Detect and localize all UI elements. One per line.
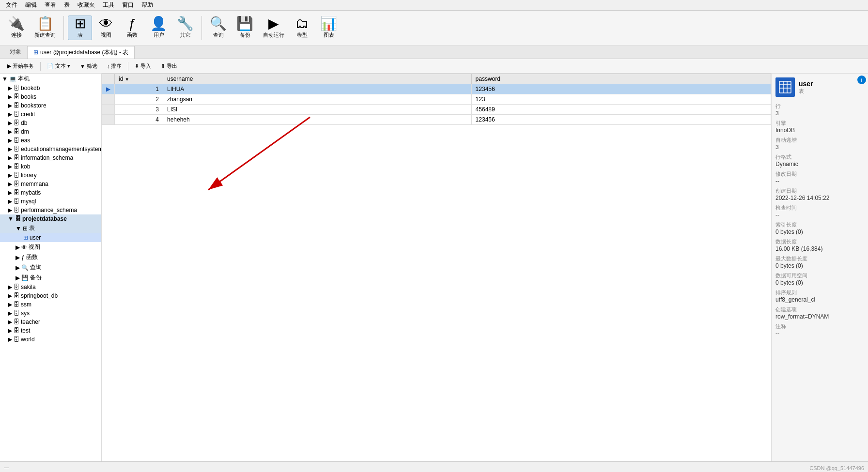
row-indicator: ▶ xyxy=(102,84,115,94)
export-button[interactable]: ⬆ 导出 xyxy=(157,61,181,71)
col-header-password[interactable]: password xyxy=(471,74,771,84)
import-button[interactable]: ⬇ 导入 xyxy=(131,61,155,71)
sidebar-item-backup-folder[interactable]: ▶ 💾 备份 xyxy=(0,273,101,283)
sidebar-item-functions-folder[interactable]: ▶ ƒ 函数 xyxy=(0,252,101,262)
sidebar-item-queries-folder[interactable]: ▶ 🔍 查询 xyxy=(0,262,101,273)
menu-table[interactable]: 表 xyxy=(60,0,74,10)
begin-icon: ▶ xyxy=(7,63,11,69)
sidebar-item-world[interactable]: ▶ 🗄 world xyxy=(0,335,101,344)
menu-view[interactable]: 查看 xyxy=(41,0,60,10)
sidebar-root[interactable]: ▼ 💻 本机 xyxy=(0,74,101,84)
watermark: CSDN @qq_51447496 xyxy=(806,464,868,472)
sidebar-item-user-table[interactable]: ⊞ user xyxy=(0,233,101,242)
table-row[interactable]: 4heheheh123456 xyxy=(102,115,771,125)
menu-edit[interactable]: 编辑 xyxy=(21,0,41,10)
datasize-value: 16.00 KB (16,384) xyxy=(775,245,864,252)
user-button[interactable]: 👤 用户 xyxy=(146,16,171,40)
menu-favorites[interactable]: 收藏夹 xyxy=(74,0,99,10)
sidebar-item-eas[interactable]: ▶ 🗄 eas xyxy=(0,136,101,145)
text-icon: 📄 xyxy=(47,63,54,69)
other-button[interactable]: 🔧 其它 xyxy=(173,16,198,40)
sidebar-item-projectdatabase[interactable]: ▼ 🗄 projectdatabase xyxy=(0,214,101,223)
cell-password: 123456 xyxy=(471,84,771,94)
user-table-icon: ⊞ xyxy=(23,234,28,241)
sidebar-item-kob[interactable]: ▶ 🗄 kob xyxy=(0,162,101,171)
db-label-sbd: springboot_db xyxy=(21,292,58,299)
col-header-id[interactable]: id ▼ xyxy=(115,74,163,84)
begin-transaction-button[interactable]: ▶ 开始事务 xyxy=(4,61,37,71)
col-header-username[interactable]: username xyxy=(163,74,472,84)
chart-button[interactable]: 📊 图表 xyxy=(316,16,341,40)
table-tab[interactable]: ⊞ user @projectdatabase (本机) - 表 xyxy=(27,46,135,59)
objects-tab[interactable]: 对象 xyxy=(4,46,27,58)
menu-help[interactable]: 帮助 xyxy=(138,0,157,10)
action-divider-2 xyxy=(128,62,128,71)
table-scroll[interactable]: id ▼ username password ▶1LIHUA1234562zha… xyxy=(102,74,771,472)
sidebar-item-credit[interactable]: ▶ 🗄 credit xyxy=(0,110,101,119)
db-expand-icon-ems: ▶ xyxy=(8,146,12,152)
filter-button[interactable]: ▼ 筛选 xyxy=(77,61,101,71)
backup-folder-icon: 💾 xyxy=(21,274,29,281)
sidebar-item-performance-schema[interactable]: ▶ 🗄 performance_schema xyxy=(0,206,101,214)
query-button[interactable]: 🔍 查询 xyxy=(206,16,231,40)
sidebar-item-test[interactable]: ▶ 🗄 test xyxy=(0,326,101,335)
sidebar-item-tables-folder[interactable]: ▼ ⊞ 表 xyxy=(0,223,101,233)
sidebar-item-educationalmanagementsystem[interactable]: ▶ 🗄 educationalmanagementsystem xyxy=(0,145,101,153)
db-expand-icon-world: ▶ xyxy=(8,336,12,343)
db-icon-sbd: 🗄 xyxy=(14,292,19,299)
newtable-button[interactable]: 📋 新建查询 xyxy=(31,16,60,40)
table-row[interactable]: 3LISI456489 xyxy=(102,105,771,115)
sidebar-item-library[interactable]: ▶ 🗄 library xyxy=(0,171,101,180)
menu-file[interactable]: 文件 xyxy=(2,0,21,10)
sidebar-item-ssm[interactable]: ▶ 🗄 ssm xyxy=(0,300,101,309)
sidebar-item-teacher[interactable]: ▶ 🗄 teacher xyxy=(0,318,101,326)
info-icon[interactable]: i xyxy=(857,76,866,84)
table-row[interactable]: ▶1LIHUA123456 xyxy=(102,84,771,94)
sidebar-item-dm[interactable]: ▶ 🗄 dm xyxy=(0,127,101,136)
chart-label: 图表 xyxy=(324,31,334,39)
db-label-library: library xyxy=(21,172,37,179)
sidebar-item-sakila[interactable]: ▶ 🗄 sakila xyxy=(0,283,101,291)
rows-label: 行 xyxy=(775,103,864,110)
newtable-icon: 📋 xyxy=(37,17,54,30)
autorun-button[interactable]: ▶ 自动运行 xyxy=(259,16,288,40)
table-row[interactable]: 2zhangsan123 xyxy=(102,94,771,105)
queries-expand-icon: ▶ xyxy=(16,264,20,271)
view-button[interactable]: 👁 视图 xyxy=(94,16,118,40)
db-label-ps: performance_schema xyxy=(21,207,77,213)
sidebar-item-memmana[interactable]: ▶ 🗄 memmana xyxy=(0,180,101,188)
sidebar-item-springboot-db[interactable]: ▶ 🗄 springboot_db xyxy=(0,291,101,300)
connect-label: 连接 xyxy=(11,31,22,39)
cell-username: heheheh xyxy=(163,115,472,125)
sidebar-item-bookdb[interactable]: ▶ 🗄 bookdb xyxy=(0,84,101,92)
sidebar-item-db[interactable]: ▶ 🗄 db xyxy=(0,119,101,127)
chart-icon: 📊 xyxy=(320,17,337,30)
connect-button[interactable]: 🔌 连接 xyxy=(4,16,29,40)
sidebar-item-information-schema[interactable]: ▶ 🗄 information_schema xyxy=(0,153,101,162)
backup-label: 备份 xyxy=(30,274,42,282)
sidebar-item-views-folder[interactable]: ▶ 👁 视图 xyxy=(0,242,101,252)
sidebar-item-mybatis[interactable]: ▶ 🗄 mybatis xyxy=(0,188,101,197)
panel-moddate: 修改日期 -- xyxy=(775,170,864,184)
table-button[interactable]: ⊞ 表 xyxy=(68,15,92,40)
functions-expand-icon: ▶ xyxy=(16,254,20,261)
sort-button[interactable]: ↕ 排序 xyxy=(104,61,125,71)
view-icon: 👁 xyxy=(99,17,113,30)
function-button[interactable]: ƒ 函数 xyxy=(120,16,144,40)
sidebar-item-mysql[interactable]: ▶ 🗄 mysql xyxy=(0,197,101,206)
bottombar: — CSDN @qq_51447496 xyxy=(0,461,868,472)
menu-window[interactable]: 窗口 xyxy=(118,0,138,10)
menu-tools[interactable]: 工具 xyxy=(99,0,118,10)
sidebar-item-bookstore[interactable]: ▶ 🗄 bookstore xyxy=(0,101,101,110)
sidebar-item-books[interactable]: ▶ 🗄 books xyxy=(0,92,101,101)
db-icon-ssm: 🗄 xyxy=(14,301,19,308)
text-button[interactable]: 📄 文本 ▾ xyxy=(44,61,74,71)
table-grid-icon xyxy=(778,80,792,94)
model-button[interactable]: 🗂 模型 xyxy=(290,16,314,40)
db-label-test: test xyxy=(21,327,30,334)
backup-button[interactable]: 💾 备份 xyxy=(232,16,257,40)
sidebar-item-sys[interactable]: ▶ 🗄 sys xyxy=(0,309,101,318)
other-icon: 🔧 xyxy=(177,17,194,30)
expand-icon: ▼ xyxy=(2,76,8,82)
db-label-ems: educationalmanagementsystem xyxy=(21,146,102,152)
